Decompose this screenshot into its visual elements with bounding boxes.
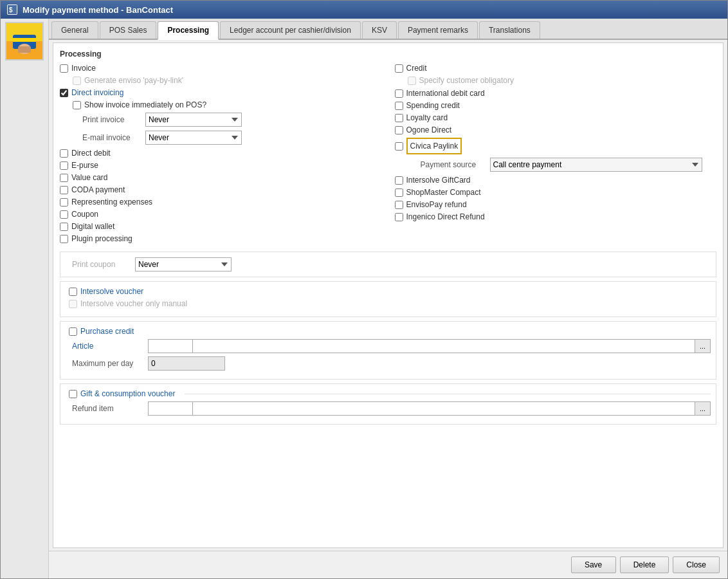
intersolve-voucher-manual-label: Intersolve voucher only manual: [80, 299, 187, 308]
digital-wallet-row: Digital wallet: [60, 222, 382, 231]
show-invoice-pos-label: Show invoice immediately on POS?: [84, 100, 206, 109]
direct-invoicing-checkbox[interactable]: [60, 89, 68, 97]
digital-wallet-checkbox[interactable]: [60, 223, 68, 231]
invoice-checkbox[interactable]: [60, 64, 68, 73]
article-input-extra[interactable]: [193, 339, 695, 353]
direct-invoicing-row: Direct invoicing: [60, 88, 382, 97]
international-debit-label: International debit card: [406, 89, 485, 98]
invoice-row: Invoice: [60, 64, 382, 73]
credit-checkbox[interactable]: [395, 64, 403, 73]
refund-item-input[interactable]: [148, 401, 193, 416]
left-panel: [1, 19, 49, 578]
tab-general[interactable]: General: [51, 21, 98, 39]
envisopay-refund-label: EnvisoPay refund: [406, 200, 467, 209]
save-button[interactable]: Save: [571, 556, 616, 573]
tab-ledger[interactable]: Ledger account per cashier/division: [220, 21, 361, 39]
refund-item-input-extra[interactable]: [193, 401, 695, 416]
email-invoice-dropdown[interactable]: Never Always Ask: [145, 131, 242, 145]
ogone-direct-checkbox[interactable]: [395, 126, 403, 134]
bottom-section: Print coupon Never Always Ask Int: [60, 252, 716, 425]
specify-customer-checkbox: [408, 77, 416, 85]
intersolve-voucher-manual-row: Intersolve voucher only manual: [69, 299, 711, 308]
payment-source-row: Payment source Call centre payment Onlin…: [421, 158, 717, 172]
plugin-processing-row: Plugin processing: [60, 234, 382, 243]
loyalty-card-checkbox[interactable]: [395, 114, 403, 122]
gift-voucher-row: Gift & consumption voucher: [69, 389, 711, 398]
tab-pos-sales[interactable]: POS Sales: [100, 21, 157, 39]
coupon-row: Coupon: [60, 210, 382, 219]
payment-source-label: Payment source: [421, 160, 485, 169]
value-card-label: Value card: [71, 173, 107, 182]
e-purse-checkbox[interactable]: [60, 161, 68, 170]
ingenico-direct-refund-checkbox[interactable]: [395, 213, 403, 221]
intersolve-voucher-section: Intersolve voucher Intersolve voucher on…: [60, 281, 716, 317]
specify-customer-row: Specify customer obligatory: [408, 76, 717, 85]
direct-debit-label: Direct debit: [71, 149, 111, 158]
intersolve-voucher-label: Intersolve voucher: [80, 287, 143, 296]
gift-voucher-checkbox[interactable]: [69, 390, 77, 398]
email-invoice-row: E-mail invoice Never Always Ask: [82, 131, 382, 145]
plugin-processing-checkbox[interactable]: [60, 235, 68, 243]
gift-voucher-label: Gift & consumption voucher: [80, 389, 175, 398]
civica-paylink-highlight: Civica Paylink: [406, 138, 462, 154]
article-browse-button[interactable]: ...: [695, 339, 711, 353]
tab-translations[interactable]: Translations: [479, 21, 540, 39]
intersolve-voucher-row: Intersolve voucher: [69, 287, 711, 296]
tab-processing[interactable]: Processing: [158, 21, 219, 40]
gift-voucher-section: Gift & consumption voucher Refund item .…: [60, 383, 716, 425]
intersolve-voucher-manual-checkbox: [69, 300, 77, 308]
refund-input-group: ...: [148, 401, 711, 416]
ogone-direct-row: Ogone Direct: [395, 125, 717, 134]
intersolve-voucher-checkbox[interactable]: [69, 288, 77, 296]
main-window: $ Modify payment method - BanContact: [0, 0, 728, 579]
credit-row: Credit: [395, 64, 717, 73]
article-label: Article: [72, 342, 143, 351]
intersolve-giftcard-row: Intersolve GiftCard: [395, 176, 717, 185]
print-coupon-dropdown[interactable]: Never Always Ask: [135, 257, 232, 271]
envisopay-refund-checkbox[interactable]: [395, 201, 403, 209]
svg-rect-5: [13, 38, 36, 42]
max-per-day-row: Maximum per day: [72, 356, 711, 371]
left-column: Invoice Generate enviso 'pay-by-link' Di…: [60, 64, 382, 246]
civica-paylink-checkbox[interactable]: [395, 142, 403, 151]
close-button[interactable]: Close: [673, 556, 720, 573]
representing-expenses-checkbox[interactable]: [60, 198, 68, 207]
shopmaster-compact-checkbox[interactable]: [395, 188, 403, 197]
ingenico-direct-refund-label: Ingenico Direct Refund: [406, 212, 485, 221]
shopmaster-compact-label: ShopMaster Compact: [406, 188, 481, 197]
tabs-bar: General POS Sales Processing Ledger acco…: [49, 19, 727, 40]
show-invoice-pos-row: Show invoice immediately on POS?: [73, 100, 382, 109]
delete-button[interactable]: Delete: [620, 556, 669, 573]
intersolve-giftcard-label: Intersolve GiftCard: [406, 176, 471, 185]
tab-payment-remarks[interactable]: Payment remarks: [398, 21, 478, 39]
refund-item-browse-button[interactable]: ...: [695, 401, 711, 416]
tab-ksv[interactable]: KSV: [362, 21, 397, 39]
international-debit-row: International debit card: [395, 89, 717, 98]
civica-paylink-label: Civica Paylink: [410, 142, 459, 151]
credit-label: Credit: [406, 64, 427, 73]
right-column: Credit Specify customer obligatory Inter…: [395, 64, 717, 246]
svg-rect-7: [18, 46, 31, 53]
generate-enviso-label: Generate enviso 'pay-by-link': [84, 76, 183, 85]
payment-source-dropdown[interactable]: Call centre payment Online In-store: [490, 158, 702, 172]
value-card-checkbox[interactable]: [60, 174, 68, 182]
max-per-day-label: Maximum per day: [72, 359, 143, 368]
print-invoice-row: Print invoice Never Always Ask: [82, 113, 382, 127]
print-invoice-dropdown[interactable]: Never Always Ask: [145, 113, 242, 127]
generate-enviso-checkbox: [73, 77, 81, 85]
international-debit-checkbox[interactable]: [395, 89, 403, 98]
max-per-day-input[interactable]: [148, 356, 225, 371]
spending-credit-checkbox[interactable]: [395, 102, 403, 110]
main-area: General POS Sales Processing Ledger acco…: [49, 19, 727, 578]
intersolve-giftcard-checkbox[interactable]: [395, 176, 403, 185]
civica-paylink-row: Civica Paylink: [395, 138, 717, 154]
coupon-checkbox[interactable]: [60, 210, 68, 219]
show-invoice-pos-checkbox[interactable]: [73, 101, 81, 109]
article-input[interactable]: [148, 339, 193, 353]
coda-payment-checkbox[interactable]: [60, 186, 68, 194]
spending-credit-row: Spending credit: [395, 101, 717, 110]
email-invoice-label: E-mail invoice: [82, 133, 140, 142]
purchase-credit-checkbox[interactable]: [69, 327, 77, 336]
print-invoice-label: Print invoice: [82, 115, 140, 124]
direct-debit-checkbox[interactable]: [60, 149, 68, 158]
